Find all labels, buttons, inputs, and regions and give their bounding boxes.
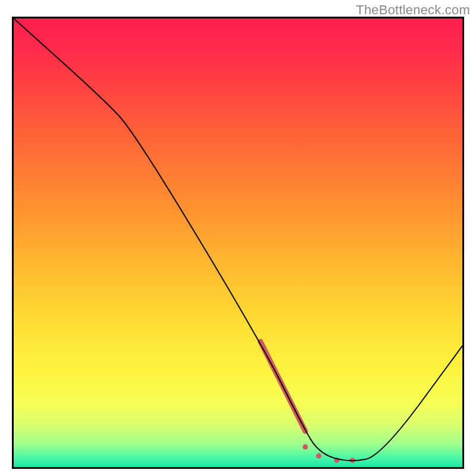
gradient-rect [14, 18, 462, 467]
chart-frame: TheBottleneck.com [0, 0, 476, 476]
chart-svg [14, 18, 462, 467]
highlight-dot [303, 444, 308, 450]
highlight-dot [316, 453, 321, 459]
attribution-label: TheBottleneck.com [356, 2, 470, 18]
plot-area [12, 17, 464, 469]
